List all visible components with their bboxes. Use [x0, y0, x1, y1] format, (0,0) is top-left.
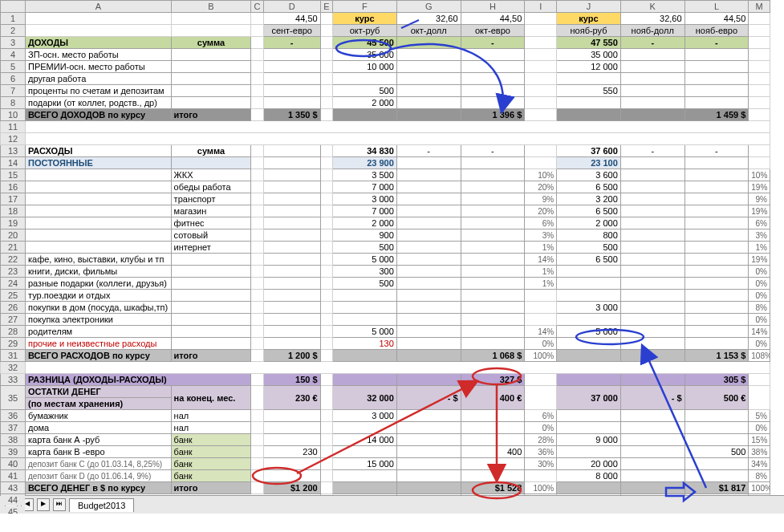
cell[interactable]: 1% [749, 242, 770, 254]
row-25[interactable]: 25тур.поездки и отдых0% [1, 290, 770, 302]
cell[interactable]: 6% [525, 410, 557, 422]
cell[interactable]: 14% [525, 326, 557, 338]
row-13[interactable]: 13 РАСХОДЫ сумма 34 830 - - 37 600 - - [1, 145, 770, 157]
cell[interactable]: 3 000 [557, 302, 621, 314]
cell[interactable]: 7 000 [333, 181, 397, 193]
cell[interactable]: ВСЕГО РАСХОДОВ по курсу [26, 350, 172, 362]
cell[interactable]: 45 500 [333, 37, 397, 49]
cell[interactable]: транспорт [171, 193, 251, 205]
cell[interactable]: 6 500 [557, 181, 621, 193]
row-16[interactable]: 16обеды работа7 00020%6 50019% [1, 181, 770, 193]
cell[interactable]: (по местам хранения) [26, 398, 172, 410]
cell[interactable]: ДОХОДЫ [26, 37, 172, 49]
cell[interactable]: бумажник [26, 410, 172, 422]
cell[interactable]: 20% [525, 181, 557, 193]
cell[interactable]: ЖКХ [171, 169, 251, 181]
cell[interactable]: 400 [461, 446, 525, 458]
col-B[interactable]: B [171, 1, 251, 13]
col-D[interactable]: D [263, 1, 320, 13]
cell[interactable]: 19% [749, 181, 770, 193]
cell[interactable]: 300 [333, 266, 397, 278]
cell[interactable]: 0% [749, 278, 770, 290]
cell[interactable]: обеды работа [171, 181, 251, 193]
cell[interactable]: ЗП-осн. место работы [26, 49, 172, 61]
cell[interactable]: окт-евро [461, 25, 525, 37]
cell[interactable]: нал [171, 422, 251, 434]
row-37[interactable]: 37доманал0%0% [1, 422, 770, 434]
grid[interactable]: A B C D E F G H I J K L M 1 44,50 курс 3… [0, 0, 770, 514]
cell[interactable]: кафе, кино, выставки, клубы и тп [26, 254, 172, 266]
col-F[interactable]: F [333, 1, 397, 13]
row-6[interactable]: 6другая работа [1, 73, 770, 85]
cell[interactable]: 32,60 [396, 13, 461, 25]
col-L[interactable]: L [684, 1, 749, 13]
cell[interactable]: 5 000 [333, 326, 397, 338]
cell[interactable]: карта банк В -евро [26, 446, 172, 458]
cell[interactable]: ПОСТОЯННЫЕ [26, 157, 172, 169]
row-2[interactable]: 2 сент-евро окт-руб окт-долл окт-евро но… [1, 25, 770, 37]
cell[interactable]: 0% [525, 422, 557, 434]
cell[interactable]: карта банк А -руб [26, 434, 172, 446]
cell[interactable]: 44,50 [461, 13, 525, 25]
cell[interactable]: 100% [525, 350, 557, 362]
cell[interactable]: 37 000 [557, 386, 621, 410]
cell[interactable]: ВСЕГО ДОХОДОВ по курсу [26, 109, 172, 121]
col-E[interactable]: E [320, 1, 333, 13]
row-39[interactable]: 39карта банк В -евробанк23040036%50038% [1, 446, 770, 458]
cell[interactable]: окт-долл [396, 25, 461, 37]
row-12[interactable]: 12 [1, 133, 770, 145]
cell[interactable]: дома [26, 422, 172, 434]
col-headers[interactable]: A B C D E F G H I J K L M [1, 1, 770, 13]
cell[interactable]: 1% [525, 242, 557, 254]
cell[interactable]: 1 153 $ [684, 350, 749, 362]
cell[interactable]: 6% [749, 217, 770, 229]
cell[interactable]: $1 200 [263, 482, 320, 494]
col-A[interactable]: A [26, 1, 172, 13]
row-32[interactable]: 32 [1, 362, 770, 374]
col-M[interactable]: M [749, 1, 770, 13]
cell[interactable]: 12 000 [557, 61, 621, 73]
cell[interactable]: 8 000 [557, 470, 621, 482]
row-23[interactable]: 23книги, диски, фильмы3001%0% [1, 266, 770, 278]
cell[interactable]: 37 600 [557, 145, 621, 157]
cell[interactable]: интернет [171, 242, 251, 254]
col-I[interactable]: I [525, 1, 557, 13]
cell[interactable]: 0% [749, 314, 770, 326]
cell[interactable]: 500 [557, 242, 621, 254]
cell[interactable]: разные подарки (коллеги, друзья) [26, 278, 172, 290]
cell[interactable]: 20% [525, 205, 557, 217]
row-20[interactable]: 20сотовый9003%8003% [1, 229, 770, 242]
cell[interactable]: - [684, 37, 749, 49]
cell[interactable]: ВСЕГО ДЕНЕГ в $ по курсу [26, 482, 172, 494]
cell[interactable]: 10 000 [333, 61, 397, 73]
row-8[interactable]: 8подарки (от коллег, родств., др)2 000 [1, 97, 770, 109]
cell[interactable]: 0% [749, 290, 770, 302]
cell[interactable]: 5 000 [333, 254, 397, 266]
row-15[interactable]: 15ЖКХ3 50010%3 60010% [1, 169, 770, 181]
cell[interactable]: 28% [525, 434, 557, 446]
cell[interactable]: тур.поездки и отдых [26, 290, 172, 302]
row-33[interactable]: 33 РАЗНИЦА (ДОХОДЫ-РАСХОДЫ) 150 $ 327 $ … [1, 374, 770, 386]
cell[interactable]: 0% [749, 338, 770, 350]
cell[interactable]: сотовый [171, 229, 251, 242]
row-11[interactable]: 11 [1, 121, 770, 133]
cell[interactable]: 108% [749, 350, 770, 362]
cell[interactable]: 5 000 [557, 326, 621, 338]
cell[interactable]: 9 000 [557, 434, 621, 446]
cell[interactable]: проценты по счетам и депозитам [26, 85, 172, 97]
row-3[interactable]: 3 ДОХОДЫ сумма - 45 500 - - 47 550 - - [1, 37, 770, 49]
cell[interactable]: окт-руб [333, 25, 397, 37]
cell[interactable]: 500 [684, 446, 749, 458]
cell[interactable]: 100% [525, 482, 557, 494]
col-J[interactable]: J [557, 1, 621, 13]
cell[interactable]: 15 000 [333, 458, 397, 470]
cell[interactable]: 19% [749, 254, 770, 266]
cell[interactable]: 32,60 [620, 13, 684, 25]
row-29[interactable]: 29прочие и неизвестные расходы1300%0% [1, 338, 770, 350]
cell[interactable]: $1 528 [461, 482, 525, 494]
row-4[interactable]: 4ЗП-осн. место работы35 00035 000 [1, 49, 770, 61]
cell[interactable]: 305 $ [684, 374, 749, 386]
cell[interactable]: - [684, 145, 749, 157]
cell[interactable]: 1 396 $ [461, 109, 525, 121]
cell[interactable]: 23 900 [333, 157, 397, 169]
